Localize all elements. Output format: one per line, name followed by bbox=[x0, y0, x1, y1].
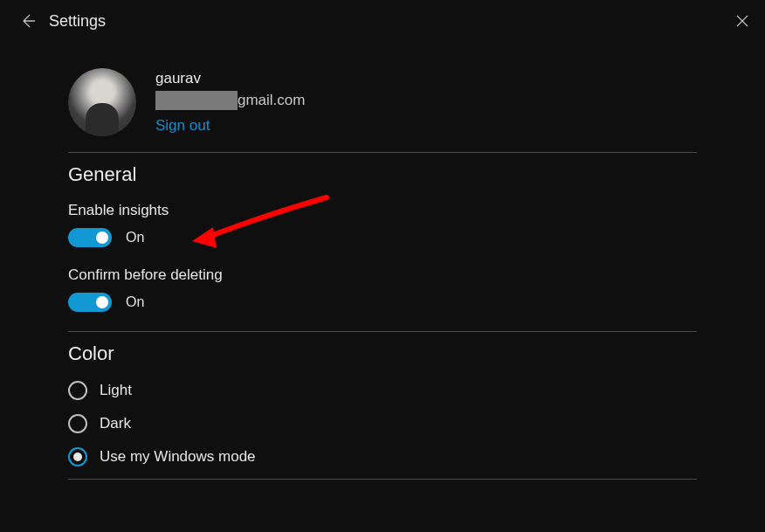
profile-info: gaurav gmail.com Sign out bbox=[155, 68, 305, 135]
back-arrow-icon bbox=[19, 12, 37, 30]
profile-section: gaurav gmail.com Sign out bbox=[68, 68, 697, 136]
toggle-line: On bbox=[68, 293, 697, 312]
radio-label: Dark bbox=[100, 415, 131, 432]
radio-circle bbox=[68, 381, 87, 400]
email-suffix: gmail.com bbox=[238, 92, 305, 109]
radio-light[interactable]: Light bbox=[68, 381, 697, 400]
radio-circle bbox=[68, 447, 87, 466]
radio-windows-mode[interactable]: Use my Windows mode bbox=[68, 447, 697, 466]
setting-enable-insights: Enable insights On bbox=[68, 202, 697, 247]
radio-dark[interactable]: Dark bbox=[68, 414, 697, 433]
email-redacted bbox=[155, 91, 238, 110]
radio-circle bbox=[68, 414, 87, 433]
close-button[interactable] bbox=[732, 10, 753, 31]
settings-content: gaurav gmail.com Sign out General Enable… bbox=[0, 42, 765, 480]
page-title: Settings bbox=[49, 12, 106, 31]
back-button[interactable] bbox=[14, 7, 42, 35]
toggle-enable-insights[interactable] bbox=[68, 228, 112, 247]
header: Settings bbox=[0, 0, 765, 42]
profile-email: gmail.com bbox=[155, 91, 305, 110]
divider bbox=[68, 152, 697, 153]
sign-out-link[interactable]: Sign out bbox=[155, 117, 305, 135]
toggle-confirm-delete[interactable] bbox=[68, 293, 112, 312]
section-title-color: Color bbox=[68, 342, 697, 365]
toggle-knob bbox=[96, 296, 108, 308]
toggle-knob bbox=[96, 231, 108, 244]
color-radio-group: Light Dark Use my Windows mode bbox=[68, 381, 697, 466]
divider bbox=[68, 479, 697, 480]
avatar bbox=[68, 68, 136, 136]
setting-label: Confirm before deleting bbox=[68, 266, 697, 284]
close-icon bbox=[735, 14, 749, 28]
setting-confirm-delete: Confirm before deleting On bbox=[68, 266, 697, 312]
toggle-state-label: On bbox=[126, 230, 144, 245]
toggle-line: On bbox=[68, 228, 697, 247]
divider bbox=[68, 331, 697, 332]
toggle-state-label: On bbox=[126, 294, 144, 310]
section-title-general: General bbox=[68, 163, 697, 186]
setting-label: Enable insights bbox=[68, 202, 697, 219]
radio-label: Use my Windows mode bbox=[100, 448, 256, 466]
profile-name: gaurav bbox=[155, 70, 305, 87]
radio-label: Light bbox=[100, 382, 132, 399]
